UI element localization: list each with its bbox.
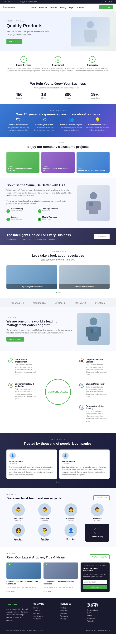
why-item-empower: 👥 Empower your employees We provide empl… — [59, 117, 83, 132]
spec-card-empower[interactable]: Empower your employees — [6, 265, 57, 289]
spec-cards: Empower your employees Protect your busi… — [6, 265, 110, 289]
testimonials-title: Trusted by thousand of people & companie… — [6, 442, 110, 446]
specialties-section: OUR CASE STUDY Let's take a look at our … — [0, 245, 116, 298]
cv-performance-title: Performance Improvement — [15, 358, 37, 363]
team-badge: OUR TEAM — [6, 494, 62, 496]
blog-read-more-2[interactable]: Read More — [43, 590, 52, 592]
topbar-tw[interactable]: t — [107, 1, 107, 3]
testi-dot-3[interactable] — [59, 482, 61, 482]
footer-src-blog[interactable]: Blog Posts — [88, 618, 95, 619]
stat-experts-label: Experts — [16, 97, 22, 99]
team-avatar-jane: 👩 — [12, 524, 25, 537]
footer-link-about[interactable]: About Us — [33, 610, 40, 612]
newsletter-subscribe-button[interactable]: Subscribe — [83, 585, 107, 589]
case-card-2[interactable]: Finance Enhancing value by increasing sk… — [41, 152, 74, 173]
consulting-button[interactable]: Get to know us — [6, 337, 24, 342]
footer-link-contact[interactable]: Contact Us — [33, 618, 41, 620]
team-member-brad: 👨 Brad Leon Founder — [85, 504, 109, 521]
testi-dot-1[interactable] — [56, 482, 57, 482]
footer-svc-strategy[interactable]: Strategy — [60, 607, 66, 609]
cv-circle: OUR CORE VALUES — [45, 379, 71, 405]
commitment-icon: ◎ — [55, 56, 61, 62]
footer-src-tutorials[interactable]: Tutorials — [88, 620, 94, 622]
team-member-bruce: 👤 Bruce Doe — [59, 524, 83, 542]
spec-card-protect-label: Protect your business — [59, 284, 110, 289]
team-member-clark: 👨 Clark Kim Marketer — [33, 524, 57, 542]
nav-home[interactable]: Home — [31, 6, 36, 8]
spec-card-protect[interactable]: Protect your business — [59, 265, 110, 289]
topbar-fb[interactable]: f — [105, 1, 106, 3]
client-logo-1: Finanamica — [11, 302, 24, 304]
team-view-all-button[interactable]: View All Team — [94, 495, 110, 500]
service-mobile-text: Mobile Operators Digital Format — [42, 216, 57, 222]
footer-link-team[interactable]: Our Team — [33, 612, 41, 614]
feature-trustworthy: ★ Trustworthy We believe in building lon… — [75, 56, 110, 72]
nav-about[interactable]: About Us — [39, 6, 47, 8]
hero-badge: FROM STRATEGIES — [6, 20, 71, 22]
footer-logo: businex — [6, 603, 29, 606]
logo[interactable]: businex — [3, 6, 15, 9]
footer-src-forum[interactable]: Forum — [88, 615, 92, 616]
footer-src-docs[interactable]: Documentation — [88, 609, 98, 611]
case-title: Enjoy our company's awesome projects — [6, 145, 110, 149]
service-trading-title: Trading & Services — [42, 208, 58, 210]
footer-src-faq[interactable]: FAQ — [88, 612, 91, 614]
blog-card-2: IT 7 creative ways to address gaps in IT… — [43, 562, 78, 592]
team-member-join[interactable]: + Join Us Today — [85, 524, 109, 542]
spec-dot-3[interactable] — [59, 292, 61, 293]
footer-link-services[interactable]: Our Services — [33, 615, 43, 617]
why-ideas-text: We provide innovative, valuable ideas an… — [86, 126, 110, 132]
team-member-jane: 👩 Jane Eyre Marketer — [6, 524, 30, 542]
footer-privacy[interactable]: Privacy Policy | Terms of Service — [86, 630, 110, 632]
nav-services[interactable]: Services — [50, 6, 57, 8]
why-item-protect: 🛡 Protect your business We specialize in… — [6, 117, 30, 132]
service-gaming-desc: Source Direction — [11, 218, 22, 220]
topbar-contact: +48 14 GoTo IT hello@yourbusiness.com — [3, 1, 37, 3]
footer-svc-operations[interactable]: Operations — [60, 618, 68, 620]
service-trading-desc: Digital Source — [42, 210, 58, 212]
team-member-emma: 👩 Emma Doe Designer — [59, 504, 83, 521]
newsletter-email-input[interactable] — [83, 580, 107, 584]
quality-icon: ✓ — [20, 56, 27, 62]
footer-svc-technology[interactable]: Technology — [60, 615, 69, 617]
topbar-lang[interactable]: EN ▼ — [108, 1, 113, 3]
team-name-paul: Paul Carter — [6, 518, 30, 520]
trustworthy-icon: ★ — [89, 56, 96, 62]
spec-dot-2[interactable] — [58, 292, 59, 293]
cv-finance: 💼 Corporate Finance Solutions Sed ut per… — [77, 356, 110, 378]
feature-commitment-title: Commitment — [41, 64, 75, 66]
blog-view-all-button[interactable]: VIEW ALL BLOGS — [90, 554, 110, 559]
spec-dot-1[interactable] — [56, 292, 57, 293]
cv-change-desc: Sed ut perspiciatis unde omnis iste natu… — [86, 386, 108, 398]
case-card-1[interactable]: Finance A top company attracts new terri… — [6, 152, 39, 173]
topbar-phone: +48 14 GoTo IT — [3, 1, 15, 3]
hero-cta-button[interactable]: Get in touch — [6, 39, 22, 44]
hero-section: FROM STRATEGIES Quality Products With ov… — [0, 11, 116, 51]
gaming-icon: ✓ — [6, 218, 10, 221]
nav-pricing[interactable]: Pricing — [60, 6, 66, 8]
nav-cta-button[interactable]: Get IT Now — [99, 5, 113, 9]
better-person-icon — [84, 190, 103, 216]
why-protect-title: Protect your business — [6, 124, 30, 126]
better-services: ✓ Manufacturing Source Direction ↗ Tradi… — [6, 208, 73, 223]
newsletter-desc: Get the latest articles, resources and o… — [83, 573, 107, 578]
nav-pages[interactable]: Pages — [69, 6, 74, 8]
cv-center: OUR CORE VALUES — [42, 356, 74, 428]
case-card-3-content: Finance Visualizing home arrangements — [77, 166, 106, 173]
case-card-3[interactable]: Finance Visualizing home arrangements — [77, 152, 110, 173]
nav-contact[interactable]: Contact — [77, 6, 84, 8]
stat-projects-label: Projects — [65, 97, 72, 99]
testi-dot-2[interactable] — [58, 482, 59, 482]
topbar-email[interactable]: hello@yourbusiness.com — [17, 1, 37, 3]
hero-description: With over 30 years of experience we ensu… — [6, 30, 52, 36]
blog-read-more-1[interactable]: Read More — [6, 590, 15, 592]
team-name-jake: Jake Smith — [33, 518, 57, 520]
cv-analytics: 📊 Advanced Analytics Training Sed ut per… — [77, 403, 110, 424]
team-avatar-bruce: 👤 — [64, 524, 77, 537]
hero-title: Quality Products — [6, 23, 71, 28]
footer-link-home[interactable]: Home — [33, 607, 38, 609]
footer-svc-marketing[interactable]: Marketing — [60, 610, 68, 612]
footer-company-col: COMPANY Home About Us Our Team Our Servi… — [33, 603, 56, 623]
banner-button[interactable]: Let us know — [94, 234, 110, 239]
footer-svc-finances[interactable]: Finances — [60, 612, 67, 614]
